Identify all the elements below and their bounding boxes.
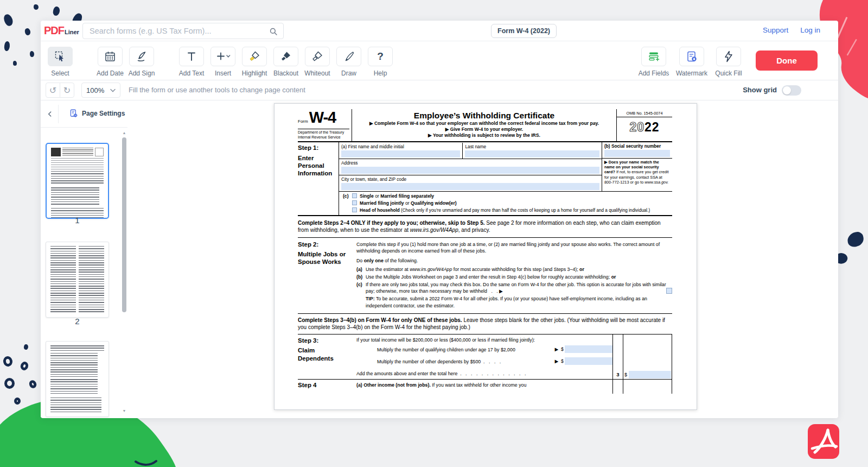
page-settings-button[interactable]: Page Settings bbox=[69, 109, 125, 118]
select-icon bbox=[54, 50, 67, 63]
w4-step3: Step 3: Claim Dependents If your total i… bbox=[298, 335, 672, 380]
whiteout-button[interactable]: Whiteout bbox=[302, 47, 333, 77]
chevron-left-icon bbox=[46, 110, 54, 118]
page-number-2: 2 bbox=[46, 317, 109, 326]
select-button[interactable]: Select bbox=[44, 47, 76, 77]
w4-bullet-1: ▶ Complete Form W-4 so that your employe… bbox=[355, 121, 613, 127]
item-tag: (c) bbox=[356, 281, 366, 294]
city-field[interactable] bbox=[341, 183, 599, 190]
label-part: Single bbox=[360, 193, 374, 199]
page-thumbnail-3[interactable] bbox=[46, 341, 109, 417]
arrow-glyph: ▶ bbox=[555, 347, 558, 352]
zoom-value: 100% bbox=[86, 86, 110, 94]
address-field[interactable] bbox=[341, 167, 599, 174]
calendar-icon bbox=[104, 50, 117, 63]
draw-button[interactable]: Draw bbox=[333, 47, 365, 77]
last-name-field[interactable] bbox=[465, 150, 599, 157]
first-name-field[interactable] bbox=[341, 150, 460, 157]
sub-toolbar: ↺ ↻ 100% Fill the form or use another to… bbox=[41, 80, 838, 100]
dept-line-2: Internal Revenue Service bbox=[298, 135, 341, 139]
w4-bullet-3: ▶ Your withholding is subject to review … bbox=[355, 132, 613, 138]
add-date-button[interactable]: Add Date bbox=[94, 47, 126, 77]
help-button[interactable]: ? Help bbox=[365, 47, 396, 77]
w4-header: FormW-4 Department of the TreasuryIntern… bbox=[298, 109, 672, 142]
paint-ring bbox=[2, 355, 14, 367]
search-icon[interactable] bbox=[269, 27, 278, 36]
redo-button[interactable]: ↻ bbox=[60, 83, 74, 98]
page-thumbnail-2[interactable] bbox=[46, 242, 109, 318]
other-dependents-amount-field[interactable] bbox=[565, 357, 612, 365]
scroll-up-arrow[interactable]: ▲ bbox=[122, 131, 127, 135]
add-sign-button[interactable]: Add Sign bbox=[126, 47, 157, 77]
two-jobs-checkbox[interactable] bbox=[666, 288, 672, 294]
w4-form: FormW-4 Department of the TreasuryIntern… bbox=[298, 109, 672, 394]
paint-dab bbox=[30, 51, 34, 57]
logo-pdf-text: PDF bbox=[44, 24, 64, 36]
login-link[interactable]: Log in bbox=[800, 26, 820, 34]
head-of-household-checkbox[interactable] bbox=[352, 207, 357, 212]
pages-sidebar: Page Settings 1 2 bbox=[41, 100, 127, 418]
paint-dab bbox=[13, 61, 17, 66]
dot-leader: . . . . bbox=[483, 359, 501, 364]
zoom-select[interactable]: 100% bbox=[81, 83, 120, 98]
single-checkbox[interactable] bbox=[352, 193, 357, 198]
text-part: only one bbox=[364, 258, 384, 263]
step4-line-number-col bbox=[612, 380, 623, 394]
quick-fill-button[interactable]: Quick Fill bbox=[711, 47, 746, 77]
step3-sublabel: Claim Dependents bbox=[298, 346, 349, 363]
step1-label: Step 1: bbox=[298, 144, 339, 151]
note-url: www.irs.gov/W4App bbox=[410, 227, 458, 233]
search-input[interactable] bbox=[83, 23, 283, 39]
show-grid-toggle[interactable] bbox=[782, 85, 801, 96]
done-button[interactable]: Done bbox=[756, 51, 818, 71]
plus-icon bbox=[215, 50, 231, 63]
highlight-button[interactable]: Highlight bbox=[239, 47, 270, 77]
page-thumbnail-1[interactable] bbox=[46, 143, 109, 219]
blackout-button[interactable]: Blackout bbox=[270, 47, 302, 77]
toolbar-right-group: Add Fields Watermark Quick Fill bbox=[635, 47, 746, 77]
app-window: PDFLiner Form W-4 (2022) SupportLog in S… bbox=[41, 21, 838, 418]
scroll-down-arrow[interactable]: ▼ bbox=[122, 409, 127, 413]
paintbrush-icon bbox=[342, 50, 355, 63]
support-link[interactable]: Support bbox=[763, 26, 788, 34]
step1-sublabel: Enter Personal Information bbox=[298, 154, 339, 178]
label-part: or bbox=[404, 200, 411, 206]
paint-dab bbox=[3, 13, 14, 27]
add-fields-button[interactable]: Add Fields bbox=[635, 47, 672, 77]
thumb-art bbox=[50, 397, 101, 414]
redo-icon: ↻ bbox=[63, 85, 71, 96]
document-title-pill: Form W-4 (2022) bbox=[491, 24, 557, 38]
step3-total-field[interactable] bbox=[629, 371, 671, 378]
sidebar-scrollbar-thumb[interactable] bbox=[122, 137, 126, 312]
whiteout-brush-icon bbox=[311, 50, 324, 63]
form-word: Form bbox=[298, 119, 308, 124]
text-part: To be accurate, submit a 2022 Form W-4 f… bbox=[366, 296, 647, 308]
step2-item-b: (b) Use the Multiple Jobs Worksheet on p… bbox=[356, 274, 672, 280]
text-part: Use the estimator at bbox=[366, 267, 410, 272]
pdfliner-logo[interactable]: PDFLiner bbox=[44, 24, 79, 37]
collapse-sidebar-button[interactable] bbox=[43, 108, 57, 121]
married-jointly-checkbox[interactable] bbox=[352, 200, 357, 205]
text-part: (a) Other income (not from jobs). bbox=[356, 382, 431, 388]
text-part: Multiply the number of qualifying childr… bbox=[377, 347, 515, 353]
undo-button[interactable]: ↺ bbox=[46, 83, 60, 98]
w4-header-center: Employee’s Withholding Certificate ▶ Com… bbox=[352, 109, 617, 141]
step3-other-dependents-row: Multiply the number of other dependents … bbox=[377, 357, 612, 365]
step4-content: (a) Other income (not from jobs). If you… bbox=[356, 380, 612, 394]
thumb-art bbox=[50, 353, 98, 377]
ssn-field[interactable] bbox=[604, 150, 670, 157]
children-amount-field[interactable] bbox=[565, 345, 612, 353]
add-text-button[interactable]: Add Text bbox=[176, 47, 207, 77]
w4-step2: Step 2: Multiple Jobs or Spouse Works Co… bbox=[298, 238, 672, 314]
paint-ring bbox=[20, 361, 30, 371]
step3-line-number-col: 3 bbox=[612, 335, 623, 379]
w4-step4: Step 4 (a) Other income (not from jobs).… bbox=[298, 380, 672, 394]
insert-button[interactable]: Insert bbox=[207, 47, 239, 77]
step3-content: If your total income will be $200,000 or… bbox=[356, 335, 612, 379]
label-part: (Check only if you’re unmarried and pay … bbox=[400, 208, 650, 213]
step4-label: Step 4 bbox=[298, 382, 349, 388]
filing-status-single: Single or Married filing separately bbox=[352, 193, 672, 199]
watermark-button[interactable]: Watermark bbox=[672, 47, 711, 77]
add-fields-icon bbox=[647, 50, 660, 63]
step3-label-col: Step 3: Claim Dependents bbox=[298, 335, 356, 379]
